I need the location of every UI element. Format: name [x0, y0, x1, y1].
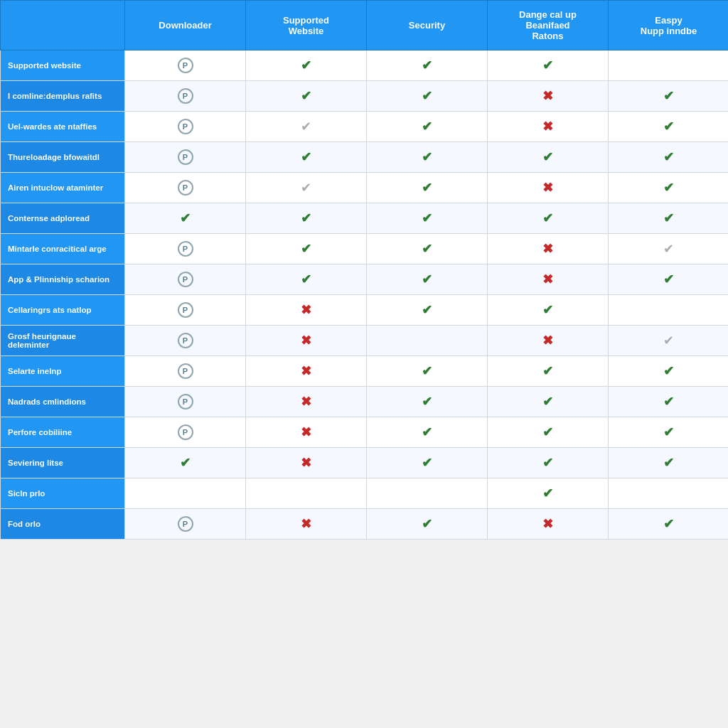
premium-icon: P	[178, 516, 193, 532]
check-icon: ✔	[422, 242, 432, 256]
data-cell-col5: ✔	[609, 326, 729, 356]
check-icon: ✔	[301, 272, 311, 287]
check-icon: ✔	[422, 425, 432, 439]
data-cell-col2	[246, 478, 367, 509]
data-cell-col5	[609, 478, 729, 509]
data-cell-col5: ✔	[609, 448, 729, 478]
table-row: Seviering litse✔✖✔✔✔	[1, 448, 729, 478]
check-icon: ✔	[422, 211, 432, 225]
data-cell-col4: ✔	[488, 203, 609, 234]
check-icon: ✔	[663, 181, 674, 195]
check-gray-icon: ✔	[301, 181, 311, 195]
check-icon: ✔	[301, 242, 311, 256]
data-cell-col5: ✔	[609, 387, 729, 417]
data-cell-col1: P	[125, 142, 246, 173]
check-gray-icon: ✔	[301, 119, 311, 134]
data-cell-col4: ✖	[488, 264, 609, 295]
cross-icon: ✖	[542, 272, 553, 287]
feature-cell: Sicln prlo	[1, 478, 125, 509]
data-cell-col2: ✖	[246, 417, 367, 448]
check-icon: ✔	[542, 364, 553, 378]
data-cell-col1	[125, 478, 246, 509]
data-cell-col2: ✖	[246, 448, 367, 478]
table-row: Perfore cobiliineP✖✔✔✔	[1, 417, 729, 448]
table-row: Cellaringrs ats natlopP✖✔✔	[1, 295, 729, 326]
header-col5: EaspyNupp inndbe	[609, 1, 729, 50]
data-cell-col5: ✔	[609, 509, 729, 540]
data-cell-col4: ✖	[488, 81, 609, 112]
check-icon: ✔	[663, 119, 674, 134]
check-icon: ✔	[542, 211, 553, 225]
data-cell-col3	[367, 478, 488, 509]
data-cell-col5	[609, 50, 729, 81]
check-icon: ✔	[542, 425, 553, 439]
feature-cell: Selarte inelnp	[1, 356, 125, 387]
data-cell-col5: ✔	[609, 417, 729, 448]
data-cell-col3: ✔	[367, 356, 488, 387]
table-row: App & Plinniship scharionP✔✔✖✔	[1, 264, 729, 295]
feature-cell: I comline:demplus rafits	[1, 81, 125, 112]
check-gray-icon: ✔	[663, 333, 674, 348]
data-cell-col1: P	[125, 356, 246, 387]
data-cell-col2: ✖	[246, 326, 367, 356]
data-cell-col4: ✖	[488, 112, 609, 142]
feature-cell: Seviering litse	[1, 448, 125, 478]
data-cell-col1: P	[125, 295, 246, 326]
feature-cell: Uel-wardes ate ntaffies	[1, 112, 125, 142]
check-icon: ✔	[301, 211, 311, 225]
check-icon: ✔	[422, 150, 432, 164]
header-row: Downloader SupportedWebsite Security Dan…	[1, 1, 729, 50]
cross-icon: ✖	[301, 456, 311, 470]
check-icon: ✔	[663, 272, 674, 287]
data-cell-col2: ✔	[246, 203, 367, 234]
premium-icon: P	[178, 149, 193, 165]
table-row: Selarte inelnpP✖✔✔✔	[1, 356, 729, 387]
table-row: I comline:demplus rafitsP✔✔✖✔	[1, 81, 729, 112]
data-cell-col5: ✔	[609, 234, 729, 264]
data-cell-col5: ✔	[609, 264, 729, 295]
data-cell-col3: ✔	[367, 509, 488, 540]
premium-icon: P	[178, 302, 193, 318]
feature-cell: Mintarle conracitical arge	[1, 234, 125, 264]
data-cell-col2: ✖	[246, 356, 367, 387]
data-cell-col1: P	[125, 417, 246, 448]
check-icon: ✔	[663, 150, 674, 164]
check-icon: ✔	[422, 456, 432, 470]
check-icon: ✔	[422, 119, 432, 134]
cross-icon: ✖	[542, 89, 553, 103]
check-icon: ✔	[663, 364, 674, 378]
check-icon: ✔	[663, 456, 674, 470]
data-cell-col1: P	[125, 173, 246, 203]
feature-cell: Airen intuclow ataminter	[1, 173, 125, 203]
feature-cell: Fod orlo	[1, 509, 125, 540]
data-cell-col1: P	[125, 387, 246, 417]
data-cell-col5: ✔	[609, 173, 729, 203]
data-cell-col3: ✔	[367, 264, 488, 295]
data-cell-col4: ✖	[488, 173, 609, 203]
cross-icon: ✖	[542, 242, 553, 256]
header-col4: Dange cal upBeanifaedRatons	[488, 1, 609, 50]
table-row: Fod orloP✖✔✖✔	[1, 509, 729, 540]
data-cell-col4: ✖	[488, 234, 609, 264]
header-col2: SupportedWebsite	[246, 1, 367, 50]
data-cell-col1: P	[125, 264, 246, 295]
data-cell-col2: ✔	[246, 142, 367, 173]
cross-icon: ✖	[542, 119, 553, 134]
data-cell-col5: ✔	[609, 203, 729, 234]
data-cell-col2: ✖	[246, 509, 367, 540]
data-cell-col2: ✔	[246, 264, 367, 295]
data-cell-col4: ✔	[488, 478, 609, 509]
data-cell-col4: ✔	[488, 356, 609, 387]
data-cell-col1: ✔	[125, 448, 246, 478]
data-cell-col3: ✔	[367, 234, 488, 264]
check-icon: ✔	[422, 395, 432, 409]
data-cell-col4: ✔	[488, 50, 609, 81]
check-icon: ✔	[542, 303, 553, 317]
data-cell-col4: ✖	[488, 326, 609, 356]
cross-icon: ✖	[301, 333, 311, 348]
data-cell-col3: ✔	[367, 112, 488, 142]
premium-icon: P	[178, 424, 193, 440]
header-col1: Downloader	[125, 1, 246, 50]
data-cell-col5: ✔	[609, 142, 729, 173]
feature-cell: Cellaringrs ats natlop	[1, 295, 125, 326]
